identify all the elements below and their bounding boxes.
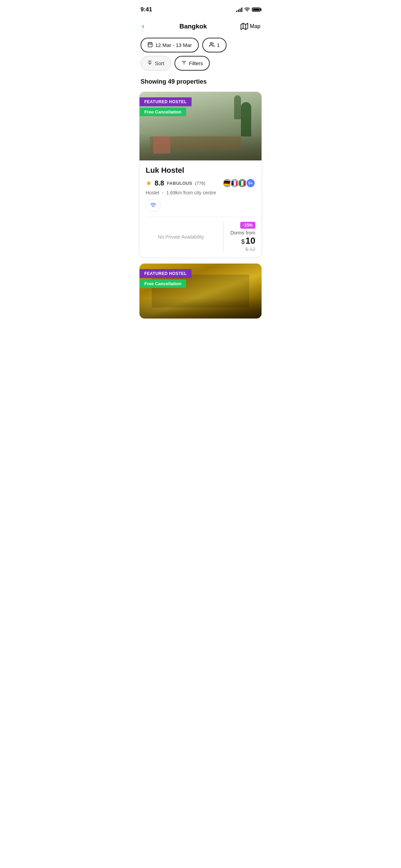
separator: - [161, 190, 166, 195]
no-private-label: No Private Availability [146, 222, 220, 252]
calendar-icon [147, 42, 153, 48]
dorms-label: Dorms from [230, 230, 255, 236]
sort-chip[interactable]: Sort [141, 56, 171, 71]
rating-count: (776) [195, 181, 205, 186]
filters-section: 12 Mar - 13 Mar 1 Sor [134, 38, 267, 76]
map-label: Map [250, 23, 260, 29]
flag-fr: 🇫🇷 [231, 180, 238, 186]
flag-it: 🇮🇹 [239, 180, 246, 186]
avatar-group: 🇩🇪 🇫🇷 🇮🇹 5+ [222, 178, 255, 188]
hostel-name: Luk Hostel [146, 166, 255, 175]
property-card[interactable]: FEATURED HOSTEL Free Cancellation Luk Ho… [139, 92, 262, 258]
filters-icon [181, 60, 187, 67]
featured-badge: FEATURED HOSTEL [139, 97, 192, 106]
svg-point-0 [247, 11, 247, 11]
date-range-label: 12 Mar - 13 Mar [155, 42, 192, 48]
featured-badge-2: FEATURED HOSTEL [139, 269, 192, 278]
cancellation-badge-2: Free Cancellation [139, 279, 186, 288]
property-card-2[interactable]: FEATURED HOSTEL Free Cancellation [139, 263, 262, 319]
pricing-row: No Private Availability -15% Dorms from … [146, 217, 255, 252]
back-button[interactable]: ‹ [141, 21, 146, 32]
svg-rect-4 [148, 43, 152, 47]
price-value: 10 [245, 236, 255, 246]
rating-label: FABULOUS [167, 181, 192, 186]
amenities-row [146, 200, 255, 211]
flag-de: 🇩🇪 [224, 180, 231, 186]
filters-label: Filters [189, 60, 203, 66]
card-body: Luk Hostel ★ 8.8 FABULOUS (776) 🇩🇪 🇫🇷 🇮🇹… [139, 160, 262, 257]
guests-chip[interactable]: 1 [202, 38, 227, 52]
distance: 1.69km from city centre [166, 190, 216, 195]
page-title: Bangkok [179, 23, 207, 30]
svg-point-8 [210, 43, 212, 44]
filter-row-sort-filters: Sort Filters [141, 56, 260, 71]
filters-chip[interactable]: Filters [174, 56, 210, 71]
status-bar: 9:41 [134, 0, 267, 17]
price-section: -15% Dorms from $10 $ 12 [227, 222, 255, 252]
header: ‹ Bangkok Map [134, 17, 267, 38]
map-icon [241, 23, 248, 30]
discount-badge: -15% [240, 222, 255, 229]
guests-icon [209, 42, 215, 48]
date-range-chip[interactable]: 12 Mar - 13 Mar [141, 38, 199, 52]
location-row: Hostel - 1.69km from city centre [146, 190, 255, 195]
star-icon: ★ [146, 179, 152, 187]
results-count: Showing 49 properties [134, 76, 267, 92]
sort-icon [147, 60, 153, 67]
svg-point-14 [153, 207, 154, 207]
original-price: $ 12 [245, 246, 255, 252]
battery-icon [252, 8, 260, 12]
property-type: Hostel [146, 190, 159, 195]
guests-label: 1 [217, 42, 220, 48]
wifi-amenity-icon [150, 202, 156, 209]
wifi-amenity [146, 200, 161, 211]
rating-score: 8.8 [155, 179, 164, 187]
filter-row-dates-guests: 12 Mar - 13 Mar 1 [141, 38, 260, 52]
status-time: 9:41 [141, 6, 152, 13]
signal-icon [236, 7, 242, 12]
card-image-wrapper: FEATURED HOSTEL Free Cancellation [139, 92, 262, 160]
currency-symbol: $ [241, 238, 245, 245]
wifi-status-icon [244, 7, 250, 13]
rating-row: ★ 8.8 FABULOUS (776) 🇩🇪 🇫🇷 🇮🇹 5+ [146, 178, 255, 188]
current-price: $10 [241, 236, 255, 246]
sort-label: Sort [155, 60, 165, 66]
svg-marker-1 [241, 23, 248, 29]
cancellation-badge: Free Cancellation [139, 108, 186, 116]
avatar-more-count: 5+ [246, 178, 255, 188]
status-icons [236, 7, 260, 13]
card-image-2: FEATURED HOSTEL Free Cancellation [139, 264, 262, 318]
map-button[interactable]: Map [241, 23, 260, 30]
price-divider [223, 222, 223, 252]
